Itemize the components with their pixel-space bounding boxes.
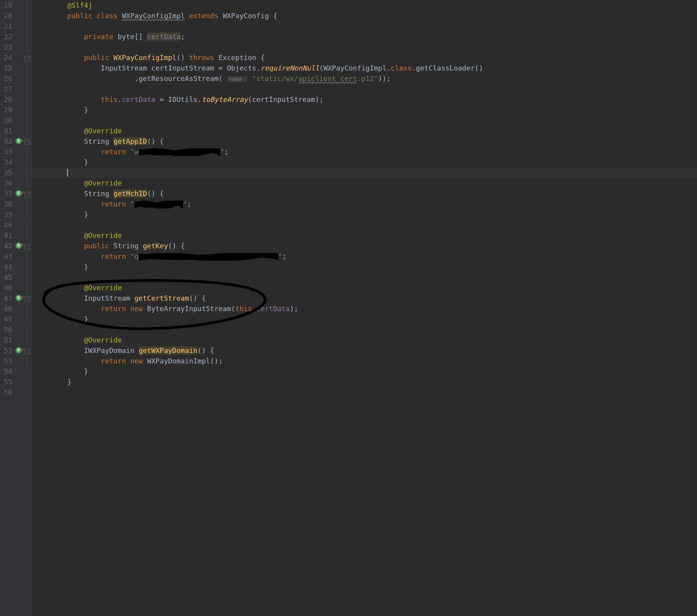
token-kw: extends [189,12,223,20]
override-gutter-icon[interactable]: O↑ [16,243,22,249]
override-gutter-icon[interactable]: O↑ [16,295,22,301]
override-gutter-icon[interactable]: O↑ [16,190,22,196]
token-plain: WXPayDomainImpl(); [147,357,223,365]
line-number: 27 [4,84,12,94]
fold-end-icon[interactable]: ┘ [25,380,29,385]
code-line[interactable]: return new ByteArrayInputStream(this.cer… [31,303,697,314]
code-line[interactable]: } [31,262,697,272]
fold-toggle-icon[interactable]: − [24,296,30,302]
code-line[interactable]: @Slf4j [31,0,697,10]
override-gutter-icon[interactable]: O↑ [16,138,22,144]
text-caret [67,169,68,177]
fold-end-icon[interactable]: ┘ [25,370,29,375]
code-line[interactable]: String getAppID() { [31,136,697,146]
token-plain: ; [224,148,228,156]
line-number: 39 [4,209,12,220]
code-line[interactable]: @Override [31,178,697,188]
token-plain: InputStream certInputStream = Objects. [101,64,261,72]
token-kw: this [235,305,252,313]
code-line[interactable]: return "w "; [31,146,697,157]
line-number: 19 [4,0,12,10]
token-plain: (WXPayConfigImpl. [319,64,391,72]
code-editor[interactable]: 1920212223242526272829303132333435363738… [0,0,697,616]
token-kw: return new [101,305,147,313]
code-line[interactable]: private byte[] certData; [31,31,697,42]
code-line[interactable]: IWXPayDomain getWXPayDomain() { [31,345,697,356]
code-line[interactable]: @Override [31,126,697,136]
code-line[interactable]: InputStream certInputStream = Objects.re… [31,63,697,73]
code-line[interactable]: public WXPayConfigImpl() throws Exceptio… [31,52,697,63]
token-str: " [220,148,224,156]
token-annot: @Override [84,127,122,135]
code-line[interactable] [31,167,697,178]
code-line[interactable]: public class WXPayConfigImpl extends WXP… [31,10,697,21]
override-gutter-icon[interactable]: O↑ [16,347,22,353]
code-line[interactable]: public String getKey() { [31,241,697,251]
code-line[interactable]: return "q "; [31,251,697,262]
code-line[interactable]: .getResourceAsStream( name: "static/wx/a… [31,73,697,84]
token-kw: return [101,200,130,208]
token-annot: @Slf4j [67,1,92,9]
code-line[interactable]: } [31,105,697,115]
code-line[interactable]: @Override [31,335,697,345]
code-line[interactable]: } [31,366,697,377]
line-number: 50 [4,324,12,335]
line-number: 48 [4,303,12,314]
token-kw: throws [189,53,219,62]
fold-toggle-icon[interactable]: − [24,192,30,197]
code-line[interactable]: this.certData = IOUtils.toByteArray(cert… [31,94,697,105]
code-line[interactable] [31,324,697,335]
fold-toggle-icon[interactable]: − [24,56,30,61]
fold-end-icon[interactable]: ┘ [25,318,29,322]
fold-column[interactable]: −┘−┘−┘−┘−┘−┘┘ [23,0,31,616]
line-number: 23 [4,42,12,52]
token-italic-method: requireNonNull [261,64,319,72]
code-line[interactable]: } [31,377,697,387]
fold-end-icon[interactable]: ┘ [25,161,29,165]
token-plain: ByteArrayInputStream( [147,305,235,313]
code-line[interactable] [31,387,697,397]
code-line[interactable]: return new WXPayDomainImpl(); [31,356,697,366]
code-line[interactable]: @Override [31,282,697,293]
fold-toggle-icon[interactable]: − [24,139,30,145]
fold-end-icon[interactable]: ┘ [25,108,29,113]
token-plain: .getClassLoader() [412,64,483,72]
code-line[interactable]: @Override [31,230,697,241]
token-method: getKey [143,242,168,250]
fold-guide-line [27,324,27,335]
token-plain: () [176,53,189,62]
fold-guide-line [27,146,27,157]
fold-end-icon[interactable]: ┘ [25,265,29,270]
code-line[interactable] [31,21,697,31]
code-line[interactable] [31,84,697,94]
code-line[interactable]: return " "; [31,199,697,209]
token-kw: this [101,95,117,103]
token-plain: } [84,106,88,114]
line-number: 28 [4,94,12,105]
code-line[interactable]: } [31,157,697,167]
code-area[interactable]: @Slf4j public class WXPayConfigImpl exte… [31,0,697,616]
line-number: 44 [4,262,12,272]
code-line[interactable] [31,272,697,282]
token-param-hint: name: [227,76,248,83]
code-line[interactable]: } [31,314,697,324]
token-plain: () { [147,189,164,198]
line-number: 43 [4,251,12,262]
fold-toggle-icon[interactable]: − [24,244,30,249]
code-line[interactable]: InputStream getCertStream() { [31,293,697,303]
fold-guide-line [27,84,27,94]
code-line[interactable] [31,42,697,52]
fold-guide-line [27,356,27,366]
gutter-markers-column: O↑O↑O↑O↑O↑ [15,0,23,616]
code-line[interactable]: String getMchID() { [31,188,697,199]
fold-end-icon[interactable]: ┘ [25,213,29,218]
token-kw: return [101,252,130,260]
fold-guide-line [27,21,27,31]
fold-toggle-icon[interactable]: − [24,349,30,354]
token-plain: ; [282,252,286,260]
code-line[interactable] [31,220,697,230]
token-kw: private [84,33,118,41]
code-line[interactable]: } [31,209,697,220]
code-line[interactable] [31,115,697,126]
token-str: " [278,252,283,260]
